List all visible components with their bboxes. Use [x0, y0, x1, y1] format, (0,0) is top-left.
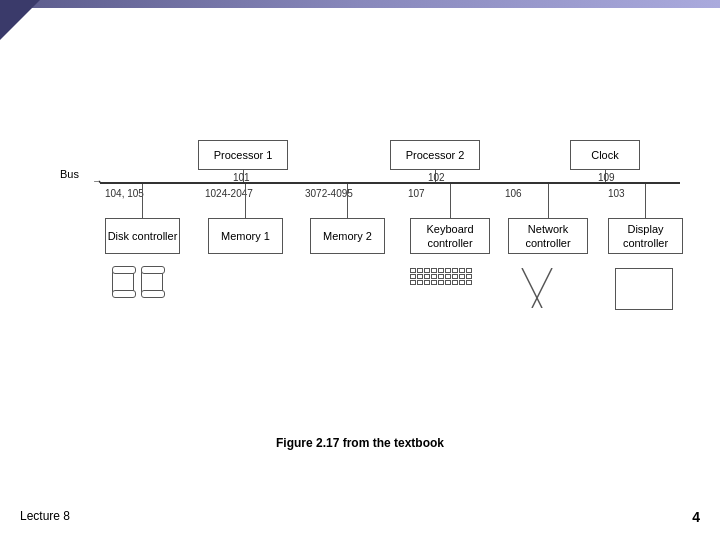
page-number: 4: [692, 509, 700, 525]
bus-label: Bus: [60, 168, 79, 180]
kbd-key: [459, 274, 465, 279]
addr-107: 107: [408, 188, 425, 199]
kbd-key: [438, 280, 444, 285]
kbd-key: [424, 274, 430, 279]
keyboard-controller-box: Keyboard controller: [410, 218, 490, 254]
addr-3072-4095: 3072-4095: [305, 188, 353, 199]
kbd-key: [459, 268, 465, 273]
kbd-key: [417, 274, 423, 279]
memory1-box: Memory 1: [208, 218, 283, 254]
num-101: 101: [233, 172, 250, 183]
kbd-key: [459, 280, 465, 285]
kbd-key: [466, 280, 472, 285]
figure-caption: Figure 2.17 from the textbook: [0, 436, 720, 450]
mem2-vline: [347, 184, 348, 218]
kbd-key: [417, 268, 423, 273]
kbd-key: [452, 280, 458, 285]
kbd-key: [438, 274, 444, 279]
kbd-key: [424, 280, 430, 285]
kbd-key: [410, 274, 416, 279]
kbd-key: [431, 268, 437, 273]
network-icon: [512, 268, 572, 308]
network-controller-box: Network controller: [508, 218, 588, 254]
processor2-box: Processor 2: [390, 140, 480, 170]
disk-icon: [110, 268, 165, 298]
kbd-key: [424, 268, 430, 273]
cylinder1: [112, 268, 134, 296]
svg-line-1: [532, 268, 552, 308]
addr-106: 106: [505, 188, 522, 199]
mem1-vline: [245, 184, 246, 218]
kbd-key: [445, 268, 451, 273]
kbd-key: [466, 268, 472, 273]
kbd-key: [410, 268, 416, 273]
kbd-vline: [450, 184, 451, 218]
kbd-key: [466, 274, 472, 279]
processor1-box: Processor 1: [198, 140, 288, 170]
kbd-key: [438, 268, 444, 273]
footer: Lecture 8 4: [0, 509, 720, 525]
lecture-label: Lecture 8: [20, 509, 70, 525]
kbd-key: [452, 268, 458, 273]
display-controller-box: Display controller: [608, 218, 683, 254]
net-vline: [548, 184, 549, 218]
keyboard-icon: [410, 268, 472, 285]
disp-vline: [645, 184, 646, 218]
kbd-key: [410, 280, 416, 285]
num-109: 109: [598, 172, 615, 183]
svg-line-0: [522, 268, 542, 308]
bus-line: [100, 182, 680, 184]
kbd-key: [445, 274, 451, 279]
kbd-key: [417, 280, 423, 285]
addr-104-105: 104, 105: [105, 188, 144, 199]
kbd-key: [445, 280, 451, 285]
addr-103: 103: [608, 188, 625, 199]
diagram-area: Bus → Processor 1 Processor 2 Clock Disk…: [50, 20, 680, 380]
memory2-box: Memory 2: [310, 218, 385, 254]
bus-arrow: →: [92, 175, 103, 187]
disk-vline: [142, 184, 143, 218]
disk-controller-box: Disk controller: [105, 218, 180, 254]
monitor-icon: [615, 268, 673, 310]
top-bar-accent: [0, 0, 40, 40]
kbd-key: [431, 280, 437, 285]
num-102: 102: [428, 172, 445, 183]
kbd-key: [452, 274, 458, 279]
kbd-key: [431, 274, 437, 279]
cylinder2: [141, 268, 163, 296]
top-bar: [0, 0, 720, 8]
clock-box: Clock: [570, 140, 640, 170]
